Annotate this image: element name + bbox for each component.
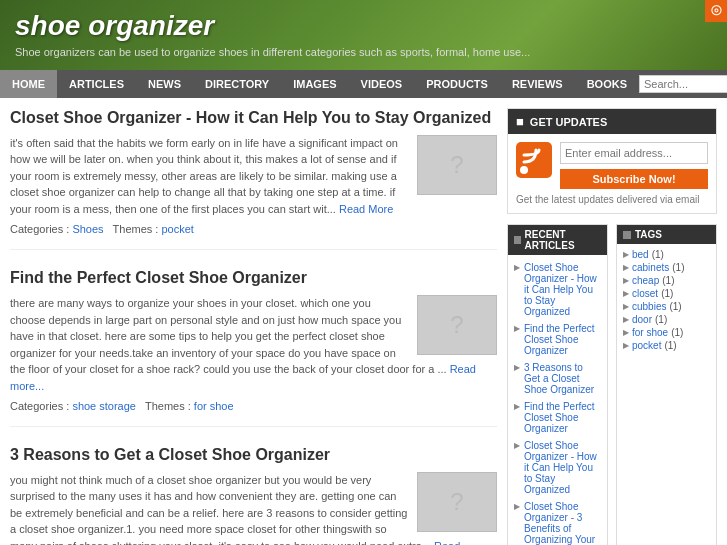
article-1-thumb: ? xyxy=(417,135,497,195)
updates-box: ■ GET UPDATES Subscribe N xyxy=(507,108,717,214)
article-3-body: ? you might not think much of a closet s… xyxy=(10,472,497,545)
updates-note: Get the latest updates delivered via ema… xyxy=(516,194,708,205)
recent-item-0[interactable]: Closet Shoe Organizer - How it Can Help … xyxy=(508,259,607,320)
recent-tags-row: RECENT ARTIcLES Closet Shoe Organizer - … xyxy=(507,224,717,545)
rss-large-icon xyxy=(516,142,552,184)
article-3-title: 3 Reasons to Get a Closet Shoe Organizer xyxy=(10,445,497,466)
tags-header: TAGS xyxy=(617,225,716,244)
nav-reviews[interactable]: REVIEWS xyxy=(500,70,575,98)
search-area xyxy=(639,75,727,93)
rss-icon: ⦾ xyxy=(711,3,721,19)
subscribe-button[interactable]: Subscribe Now! xyxy=(560,169,708,189)
article-1-meta: Categories : Shoes Themes : pocket xyxy=(10,223,497,235)
article-1: Closet Shoe Organizer - How it Can Help … xyxy=(10,108,497,250)
article-1-category[interactable]: Shoes xyxy=(72,223,103,235)
tag-for-shoe[interactable]: for shoe (1) xyxy=(623,326,710,339)
article-1-read-more[interactable]: Read More xyxy=(339,203,393,215)
article-2-title: Find the Perfect Closet Shoe Organizer xyxy=(10,268,497,289)
page-layout: Closet Shoe Organizer - How it Can Help … xyxy=(0,98,727,545)
tag-door[interactable]: door (1) xyxy=(623,313,710,326)
nav-news[interactable]: NEWS xyxy=(136,70,193,98)
article-2-meta: Categories : shoe storage Themes : for s… xyxy=(10,400,497,412)
main-content: Closet Shoe Organizer - How it Can Help … xyxy=(10,108,497,545)
article-3-thumb: ? xyxy=(417,472,497,532)
rss-corner-icon[interactable]: ⦾ xyxy=(705,0,727,22)
recent-bullet-icon xyxy=(514,236,521,244)
nav-articles[interactable]: ARTICLES xyxy=(57,70,136,98)
tags-list: bed (1) cabinets (1) cheap (1) closet (1… xyxy=(617,244,716,356)
site-title: shoe organizer xyxy=(15,10,712,42)
article-2-theme[interactable]: for shoe xyxy=(194,400,234,412)
recent-item-5[interactable]: Closet Shoe Organizer - 3 Benefits of Or… xyxy=(508,498,607,545)
tag-closet[interactable]: closet (1) xyxy=(623,287,710,300)
tag-pocket[interactable]: pocket (1) xyxy=(623,339,710,352)
tag-cheap[interactable]: cheap (1) xyxy=(623,274,710,287)
recent-item-2[interactable]: 3 Reasons to Get a Closet Shoe Organizer xyxy=(508,359,607,398)
article-2: Find the Perfect Closet Shoe Organizer ?… xyxy=(10,268,497,427)
recent-item-4[interactable]: Closet Shoe Organizer - How it Can Help … xyxy=(508,437,607,498)
site-tagline: Shoe organizers can be used to organize … xyxy=(15,46,712,58)
svg-point-1 xyxy=(520,166,528,174)
recent-articles-box: RECENT ARTIcLES Closet Shoe Organizer - … xyxy=(507,224,608,545)
article-1-title: Closet Shoe Organizer - How it Can Help … xyxy=(10,108,497,129)
recent-item-3[interactable]: Find the Perfect Closet Shoe Organizer xyxy=(508,398,607,437)
article-1-theme[interactable]: pocket xyxy=(161,223,193,235)
article-1-body: ? it's often said that the habits we for… xyxy=(10,135,497,218)
checkbox-icon: ■ xyxy=(516,114,524,129)
tag-cubbies[interactable]: cubbies (1) xyxy=(623,300,710,313)
recent-articles-header: RECENT ARTIcLES xyxy=(508,225,607,255)
header: shoe organizer Shoe organizers can be us… xyxy=(0,0,727,70)
article-2-thumb: ? xyxy=(417,295,497,355)
tag-bed[interactable]: bed (1) xyxy=(623,248,710,261)
article-2-body: ? there are many ways to organize your s… xyxy=(10,295,497,394)
nav-products[interactable]: PRODUCTS xyxy=(414,70,500,98)
sidebar: ■ GET UPDATES Subscribe N xyxy=(507,108,717,545)
navigation: HOME ARTICLES NEWS DIRECTORY IMAGES VIDE… xyxy=(0,70,727,98)
nav-images[interactable]: IMAGES xyxy=(281,70,348,98)
nav-books[interactable]: BOOKS xyxy=(575,70,639,98)
recent-articles-list: Closet Shoe Organizer - How it Can Help … xyxy=(508,255,607,545)
updates-header: ■ GET UPDATES xyxy=(508,109,716,134)
search-input[interactable] xyxy=(639,75,727,93)
tags-box: TAGS bed (1) cabinets (1) cheap (1) xyxy=(616,224,717,545)
updates-body: Subscribe Now! Get the latest updates de… xyxy=(508,134,716,213)
email-input[interactable] xyxy=(560,142,708,164)
tag-cabinets[interactable]: cabinets (1) xyxy=(623,261,710,274)
article-3: 3 Reasons to Get a Closet Shoe Organizer… xyxy=(10,445,497,545)
tags-bullet-icon xyxy=(623,231,631,239)
article-2-category[interactable]: shoe storage xyxy=(72,400,136,412)
nav-directory[interactable]: DIRECTORY xyxy=(193,70,281,98)
recent-item-1[interactable]: Find the Perfect Closet Shoe Organizer xyxy=(508,320,607,359)
nav-home[interactable]: HOME xyxy=(0,70,57,98)
nav-videos[interactable]: VIDEOS xyxy=(349,70,415,98)
